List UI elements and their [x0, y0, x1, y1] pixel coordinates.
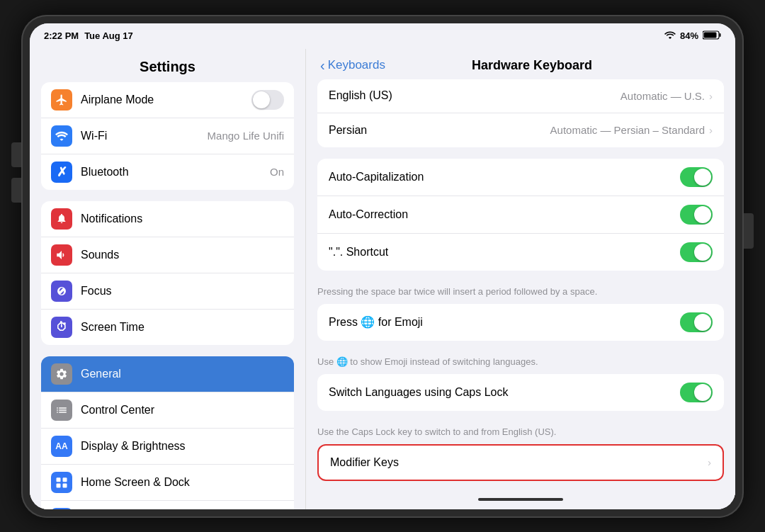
back-button[interactable]: ‹ Keyboards: [320, 57, 385, 74]
modifier-keys-chevron: ›: [708, 456, 711, 468]
sidebar-item-wifi[interactable]: Wi-Fi Mango Life Unifi: [41, 118, 294, 154]
focus-label: Focus: [81, 285, 284, 298]
sidebar-item-accessibility[interactable]: Accessibility: [41, 501, 294, 509]
status-right: 84%: [664, 30, 721, 42]
auto-cap-row[interactable]: Auto-Capitalization: [317, 159, 724, 196]
sounds-label: Sounds: [81, 249, 284, 261]
home-bar: [478, 498, 563, 501]
device: 2:22 PM Tue Aug 17 84% Settings: [21, 15, 744, 518]
sidebar-title: Settings: [30, 49, 305, 82]
svg-rect-4: [63, 477, 67, 482]
main-content: Settings Airplane Mode Wi-Fi: [30, 49, 735, 509]
svg-rect-2: [704, 32, 717, 38]
sounds-icon: [51, 244, 72, 266]
display-brightness-label: Display & Brightness: [81, 440, 284, 453]
period-shortcut-toggle[interactable]: [680, 242, 713, 262]
notifications-icon: [51, 208, 72, 230]
caps-note: Use the Caps Lock key to switch to and f…: [306, 422, 735, 444]
persian-chevron: ›: [709, 124, 713, 136]
auto-correct-row[interactable]: Auto-Correction: [317, 196, 724, 234]
switch-lang-caps-row[interactable]: Switch Languages using Caps Lock: [317, 374, 724, 411]
emoji-note: Use 🌐 to show Emoji instead of switching…: [306, 352, 735, 374]
wifi-value: Mango Life Unifi: [208, 130, 284, 142]
sidebar-section-device: General Control Center AA Display & Brig…: [41, 356, 294, 509]
auto-correct-toggle[interactable]: [680, 205, 713, 225]
emoji-section: Press 🌐 for Emoji: [317, 304, 724, 341]
power-button[interactable]: [744, 213, 754, 249]
svg-rect-6: [63, 483, 67, 487]
airplane-mode-toggle[interactable]: [251, 90, 284, 110]
sidebar-item-notifications[interactable]: Notifications: [41, 201, 294, 237]
focus-icon: [51, 281, 72, 302]
sidebar-item-display-brightness[interactable]: AA Display & Brightness: [41, 429, 294, 465]
switch-lang-caps-toggle[interactable]: [680, 383, 713, 402]
battery-icon: [703, 30, 721, 42]
detail-nav: ‹ Keyboards Hardware Keyboard: [306, 49, 735, 79]
english-us-value: Automatic — U.S.: [620, 90, 705, 102]
airplane-mode-icon: [51, 89, 72, 111]
sidebar-item-screen-time[interactable]: ⏱ Screen Time: [41, 310, 294, 345]
sidebar-item-home-screen-dock[interactable]: Home Screen & Dock: [41, 465, 294, 501]
control-center-icon: [51, 400, 72, 421]
english-us-chevron: ›: [709, 90, 713, 102]
svg-rect-1: [720, 33, 721, 37]
sidebar-item-sounds[interactable]: Sounds: [41, 237, 294, 273]
notifications-label: Notifications: [81, 213, 284, 225]
modifier-keys-section: Modifier Keys ›: [317, 444, 724, 481]
persian-value: Automatic — Persian – Standard: [550, 124, 705, 136]
persian-row[interactable]: Persian Automatic — Persian – Standard ›: [317, 113, 724, 147]
detail-panel: ‹ Keyboards Hardware Keyboard English (U…: [306, 49, 735, 509]
general-icon: [51, 363, 72, 385]
sidebar-item-bluetooth[interactable]: ✗ Bluetooth On: [41, 154, 294, 190]
press-emoji-label: Press 🌐 for Emoji: [329, 315, 680, 329]
switch-lang-caps-label: Switch Languages using Caps Lock: [329, 386, 680, 399]
control-center-label: Control Center: [81, 404, 284, 417]
sidebar-section-connectivity: Airplane Mode Wi-Fi Mango Life Unifi ✗ B…: [41, 82, 294, 190]
english-us-label: English (US): [329, 89, 620, 102]
airplane-mode-label: Airplane Mode: [81, 94, 251, 106]
svg-rect-3: [57, 477, 61, 482]
toggles-section: Auto-Capitalization Auto-Correction ".".…: [317, 159, 724, 271]
accessibility-icon: [51, 508, 72, 509]
status-bar: 2:22 PM Tue Aug 17 84%: [30, 23, 735, 49]
back-chevron-icon: ‹: [320, 57, 325, 74]
wifi-label: Wi-Fi: [81, 130, 208, 142]
auto-cap-label: Auto-Capitalization: [329, 171, 680, 183]
svg-rect-5: [57, 483, 61, 487]
screen-time-icon: ⏱: [51, 317, 72, 338]
sidebar: Settings Airplane Mode Wi-Fi: [30, 49, 306, 509]
auto-correct-label: Auto-Correction: [329, 208, 680, 221]
period-shortcut-label: ".". Shortcut: [329, 246, 680, 259]
volume-down-button[interactable]: [11, 178, 21, 203]
english-us-row[interactable]: English (US) Automatic — U.S. ›: [317, 79, 724, 113]
wifi-icon: [51, 125, 72, 147]
sidebar-item-focus[interactable]: Focus: [41, 273, 294, 310]
sidebar-item-airplane-mode[interactable]: Airplane Mode: [41, 82, 294, 118]
volume-up-button[interactable]: [11, 142, 21, 167]
press-emoji-row[interactable]: Press 🌐 for Emoji: [317, 304, 724, 341]
period-shortcut-note: Pressing the space bar twice will insert…: [306, 282, 735, 304]
screen-time-label: Screen Time: [81, 321, 284, 334]
battery-label: 84%: [680, 30, 698, 41]
period-shortcut-row[interactable]: ".". Shortcut: [317, 234, 724, 271]
sidebar-section-alerts: Notifications Sounds Focus: [41, 201, 294, 345]
home-indicator: [306, 492, 735, 506]
back-label: Keyboards: [328, 58, 385, 72]
press-emoji-toggle[interactable]: [680, 312, 713, 332]
detail-title: Hardware Keyboard: [385, 58, 679, 73]
wifi-icon: [664, 30, 676, 41]
home-screen-dock-icon: [51, 472, 72, 493]
sidebar-item-general[interactable]: General: [41, 356, 294, 392]
persian-label: Persian: [329, 124, 550, 137]
bluetooth-label: Bluetooth: [81, 166, 270, 179]
modifier-keys-label: Modifier Keys: [330, 456, 708, 469]
sidebar-item-control-center[interactable]: Control Center: [41, 392, 294, 429]
home-screen-dock-label: Home Screen & Dock: [81, 476, 284, 489]
auto-cap-toggle[interactable]: [680, 167, 713, 187]
keyboard-languages-section: English (US) Automatic — U.S. › Persian …: [317, 79, 724, 147]
time: 2:22 PM: [44, 30, 79, 41]
caps-lock-section: Switch Languages using Caps Lock: [317, 374, 724, 411]
bluetooth-icon: ✗: [51, 162, 72, 183]
date: Tue Aug 17: [84, 30, 133, 41]
modifier-keys-row[interactable]: Modifier Keys ›: [319, 446, 722, 480]
